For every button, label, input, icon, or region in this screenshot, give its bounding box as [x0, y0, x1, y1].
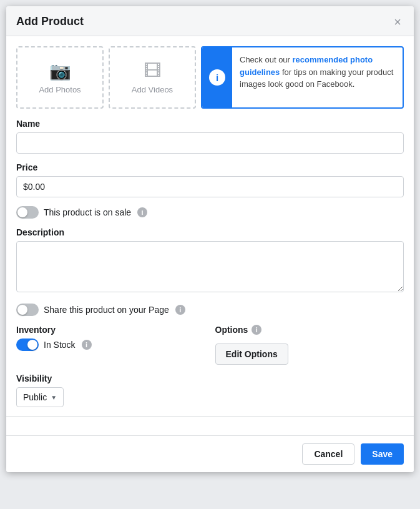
inventory-label: Inventory — [16, 325, 205, 335]
sale-toggle-thumb — [17, 207, 27, 217]
add-videos-box[interactable]: 🎞 Add Videos — [109, 46, 196, 109]
visibility-field-group: Visibility Public ▼ — [16, 373, 404, 407]
modal-footer: Cancel Save — [6, 435, 414, 472]
info-box-sidebar: i — [202, 47, 232, 107]
name-label: Name — [16, 119, 404, 129]
in-stock-label: In Stock — [44, 340, 76, 350]
info-text-before: Check out our — [240, 55, 293, 64]
inventory-col: Inventory In Stock i — [16, 325, 205, 365]
description-input[interactable] — [16, 241, 404, 292]
cancel-button[interactable]: Cancel — [302, 443, 354, 465]
visibility-label: Visibility — [16, 373, 404, 383]
description-field-group: Description — [16, 227, 404, 295]
info-box-content: Check out our recommended photo guidelin… — [232, 47, 403, 107]
sale-toggle-row: This product is on sale i — [16, 206, 404, 219]
price-field-group: Price — [16, 162, 404, 197]
share-info-icon: i — [175, 305, 185, 315]
modal-title: Add Product — [16, 15, 84, 28]
price-input[interactable] — [16, 176, 404, 197]
add-product-modal: Add Product × 📷 Add Photos 🎞 Add Videos … — [6, 6, 414, 472]
options-label: Options i — [215, 325, 404, 335]
add-photos-label: Add Photos — [39, 85, 81, 94]
visibility-value: Public — [23, 392, 47, 402]
sale-toggle-label: This product is on sale — [44, 207, 131, 217]
sale-toggle[interactable] — [16, 206, 39, 219]
name-field-group: Name — [16, 119, 404, 154]
price-label: Price — [16, 162, 404, 172]
in-stock-toggle[interactable] — [16, 339, 39, 351]
description-label: Description — [16, 227, 404, 237]
share-toggle-row: Share this product on your Page i — [16, 304, 404, 316]
add-photos-icon: 📷 — [49, 61, 71, 81]
visibility-dropdown[interactable]: Public ▼ — [16, 387, 64, 407]
share-toggle-thumb — [17, 305, 27, 315]
close-button[interactable]: × — [391, 16, 404, 28]
save-button[interactable]: Save — [361, 443, 404, 465]
share-toggle-label: Share this product on your Page — [44, 305, 169, 315]
options-col: Options i Edit Options — [215, 325, 404, 365]
info-icon: i — [209, 69, 225, 86]
info-box: i Check out our recommended photo guidel… — [201, 46, 404, 109]
name-input[interactable] — [16, 132, 404, 154]
modal-body: 📷 Add Photos 🎞 Add Videos i Check out ou… — [6, 36, 414, 435]
modal-header: Add Product × — [6, 6, 414, 36]
add-videos-label: Add Videos — [132, 85, 173, 94]
edit-options-button[interactable]: Edit Options — [215, 343, 288, 365]
inventory-options-row: Inventory In Stock i Options i Edit Opti… — [16, 325, 404, 365]
chevron-down-icon: ▼ — [51, 394, 57, 401]
in-stock-toggle-thumb — [27, 340, 37, 350]
share-toggle[interactable] — [16, 304, 39, 316]
add-videos-icon: 🎞 — [144, 61, 161, 81]
sale-info-icon: i — [137, 207, 147, 217]
divider — [6, 416, 414, 417]
media-row: 📷 Add Photos 🎞 Add Videos i Check out ou… — [16, 46, 404, 109]
options-info-icon: i — [252, 325, 261, 335]
in-stock-row: In Stock i — [16, 339, 205, 351]
in-stock-info-icon: i — [82, 340, 92, 350]
add-photos-box[interactable]: 📷 Add Photos — [16, 46, 104, 109]
